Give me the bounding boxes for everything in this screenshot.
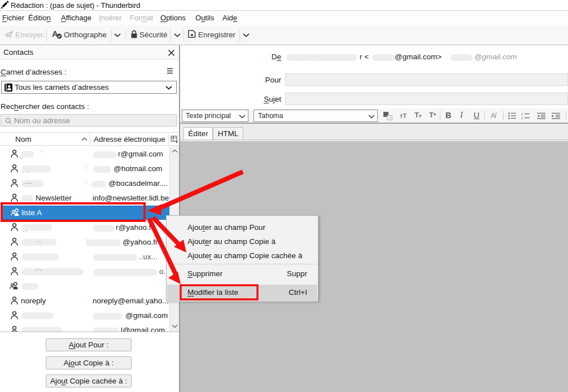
svg-text:1: 1 bbox=[521, 112, 523, 116]
svg-text:2: 2 bbox=[521, 116, 523, 119]
